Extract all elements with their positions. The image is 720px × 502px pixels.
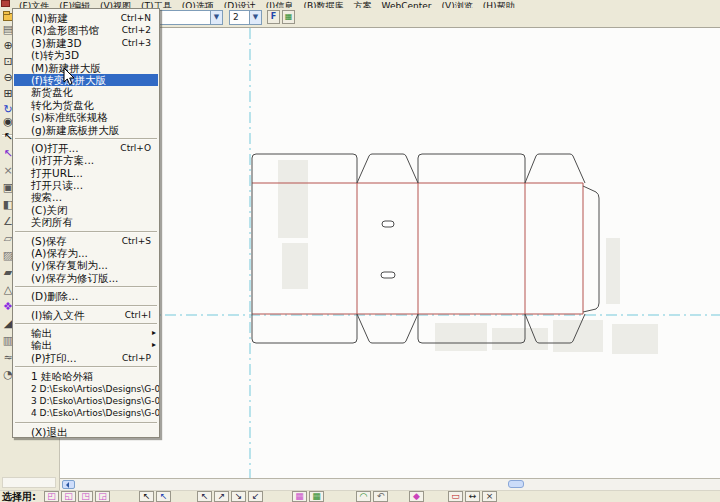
menu-item-recent-4[interactable]: 4 D:\Esko\Artios\Designs\G-0015 <box>13 407 159 419</box>
menu-item-search[interactable]: 搜索... <box>13 191 159 203</box>
menu-item-new[interactable]: (N)新建Ctrl+N <box>13 12 159 24</box>
stretch-button[interactable]: ↔ <box>465 491 480 502</box>
select-inside-button[interactable]: ↘ <box>231 491 246 502</box>
menu-item-close[interactable]: (C)关闭 <box>13 204 159 216</box>
select-rect-cross-button[interactable]: ◱ <box>61 491 76 502</box>
bottom-left-inset <box>2 477 56 488</box>
cut-selection-button[interactable]: × <box>482 491 497 502</box>
scroll-left-button[interactable] <box>62 480 75 489</box>
select-arrow-add-button[interactable]: ↖ <box>156 491 171 502</box>
status-button-group-4: ▦▦ <box>292 491 326 502</box>
select-outside-button[interactable]: ↙ <box>248 491 263 502</box>
menubar-item-2[interactable]: (E)编辑 <box>54 0 95 8</box>
status-button-group-7: ▭↔× <box>448 491 499 502</box>
menu-item-open-project[interactable]: (i)打开方案... <box>13 154 159 166</box>
menu-item-save-copy-as[interactable]: (y)保存复制为... <box>13 259 159 271</box>
menu-item-save-as[interactable]: (A)保存为... <box>13 247 159 259</box>
menu-item-recent-2[interactable]: 2 D:\Esko\Artios\Designs\G-0018 <box>13 383 159 395</box>
menu-item-label: (s)标准纸张规格 <box>31 111 108 123</box>
arc-select-button[interactable]: ◠ <box>356 491 371 502</box>
menu-separator <box>15 366 157 368</box>
menubar-item-7[interactable]: (I)信息 <box>261 0 299 8</box>
menu-separator <box>15 231 157 233</box>
scale-combo[interactable]: 2 ▼ <box>229 10 262 25</box>
menu-item-label: 新货盘化 <box>31 86 73 98</box>
menubar-item-12[interactable]: (H)帮助 <box>478 0 520 8</box>
menu-item-label: 转化为货盘化 <box>31 99 94 111</box>
menu-shortcut: Ctrl+O <box>120 142 151 154</box>
select-previous-button[interactable]: ↖ <box>197 491 212 502</box>
menu-item-label: (D)删除... <box>31 290 78 302</box>
menu-item-recent-1[interactable]: 1 娃哈哈外箱 <box>13 370 159 382</box>
menubar-item-1[interactable]: (F)文件 <box>14 0 54 8</box>
menu-item-new-manufacturing[interactable]: (M)新建拼大版 <box>13 62 159 74</box>
artioscad-window: (F)文件(E)编辑(V)视图(T)工具(O)选项(D)设计(I)信息(B)数据… <box>0 0 720 502</box>
submenu-arrow-icon: ▸ <box>152 339 156 351</box>
select-next-button[interactable]: ↗ <box>214 491 229 502</box>
menu-shortcut: Ctrl+N <box>121 12 151 24</box>
undo-select-button[interactable]: ↶ <box>373 491 388 502</box>
status-button-group-2: ↖↖ <box>139 491 173 502</box>
menu-item-print[interactable]: (P)打印...Ctrl+P <box>13 352 159 364</box>
menu-item-label: (g)新建底板拼大版 <box>31 124 119 136</box>
menu-item-save[interactable]: (S)保存Ctrl+S <box>13 235 159 247</box>
submenu-arrow-icon: ▸ <box>152 327 156 339</box>
menu-item-open-url[interactable]: 打开URL... <box>13 167 159 179</box>
menubar-item-3[interactable]: (V)视图 <box>95 0 136 8</box>
menu-item-label: 1 娃哈哈外箱 <box>31 370 94 382</box>
menubar-item-4[interactable]: (T)工具 <box>136 0 177 8</box>
menu-shortcut: Ctrl+3 <box>122 37 151 49</box>
chevron-down-icon[interactable]: ▼ <box>210 11 222 24</box>
menu-item-new-3d[interactable]: (3)新建3DCtrl+3 <box>13 37 159 49</box>
menu-item-open[interactable]: (O)打开...Ctrl+O <box>13 142 159 154</box>
menu-item-new-palletization[interactable]: 新货盘化 <box>13 86 159 98</box>
menu-item-convert-to-palletization[interactable]: 转化为货盘化 <box>13 99 159 111</box>
mouse-cursor <box>63 68 75 86</box>
menu-item-standard-sheet-sizes[interactable]: (s)标准纸张规格 <box>13 111 159 123</box>
menu-item-label: 4 D:\Esko\Artios\Designs\G-0015 <box>31 408 159 418</box>
menu-item-label: (I)输入文件 <box>31 309 84 321</box>
menu-item-export-2[interactable]: 输出▸ <box>13 339 159 351</box>
menu-item-close-all[interactable]: 关闭所有 <box>13 216 159 228</box>
menubar-item-9[interactable]: 方案 <box>349 0 377 8</box>
menubar-item-8[interactable]: (B)数据库 <box>298 0 348 8</box>
menu-item-open-readonly[interactable]: 打开只读... <box>13 179 159 191</box>
menu-item-delete[interactable]: (D)删除... <box>13 290 159 302</box>
format-button[interactable]: F <box>267 10 280 24</box>
menu-item-exit[interactable]: (X)退出 <box>13 426 159 438</box>
menu-bar: (F)文件(E)编辑(V)视图(T)工具(O)选项(D)设计(I)信息(B)数据… <box>0 0 720 8</box>
menu-item-label: (A)保存为... <box>31 247 88 259</box>
menu-item-convert-to-3d[interactable]: (t)转为3D <box>13 49 159 61</box>
menu-item-label: (i)打开方案... <box>31 154 94 166</box>
menubar-item-10[interactable]: WebCenter <box>377 0 437 8</box>
menu-item-export-1[interactable]: 输出▸ <box>13 327 159 339</box>
layer-select-button[interactable]: ▦ <box>309 491 324 502</box>
zoom-rect-button[interactable]: ▭ <box>448 491 463 502</box>
menu-item-style-catalog[interactable]: (R)盒形图书馆Ctrl+2 <box>13 24 159 36</box>
menubar-item-6[interactable]: (D)设计 <box>219 0 261 8</box>
scale-combo-value: 2 <box>233 12 239 22</box>
chevron-down-icon[interactable]: ▼ <box>249 11 261 24</box>
select-arrow-add-icon: ↖ <box>160 491 168 501</box>
menu-item-recent-3[interactable]: 3 D:\Esko\Artios\Designs\G-0019 <box>13 395 159 407</box>
select-arrow-button[interactable]: ↖ <box>139 491 154 502</box>
menu-item-label: 搜索... <box>31 191 62 203</box>
menu-item-convert-to-manufacturing[interactable]: (f)转变成拼大版 <box>14 74 158 86</box>
group-select-button[interactable]: ▦ <box>292 491 307 502</box>
style-combo[interactable]: ▼ <box>150 10 223 25</box>
options-button[interactable]: ▦ <box>282 10 295 24</box>
menu-item-new-counter-layout[interactable]: (g)新建底板拼大版 <box>13 124 159 136</box>
flag-select-button[interactable]: ◆ <box>409 491 424 502</box>
select-rect-inside-button[interactable]: ◰ <box>44 491 59 502</box>
menu-item-label: (X)退出 <box>31 426 67 438</box>
menubar-item-11[interactable]: (V)浏览 <box>437 0 478 8</box>
select-rect-designs-button[interactable]: ◳ <box>78 491 93 502</box>
horizontal-scrollbar[interactable] <box>60 478 720 490</box>
status-button-group-1: ◰◱◳◲ <box>44 491 112 502</box>
scrollbar-thumb[interactable] <box>508 480 524 488</box>
menu-item-import-file[interactable]: (I)输入文件Ctrl+I <box>13 309 159 321</box>
menu-item-label: 输出 <box>31 339 52 351</box>
menu-item-save-as-revision[interactable]: (v)保存为修订版... <box>13 272 159 284</box>
menubar-item-5[interactable]: (O)选项 <box>177 0 219 8</box>
select-rect-all-button[interactable]: ◲ <box>95 491 110 502</box>
